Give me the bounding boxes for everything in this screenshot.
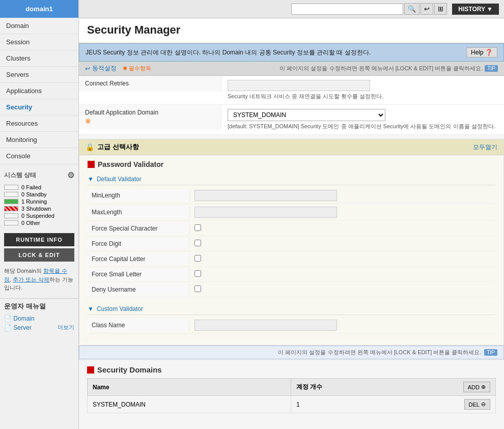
force-small-checkbox[interactable] [194,270,201,277]
connect-retries-input[interactable] [228,80,370,91]
min-length-input[interactable] [194,190,337,201]
form-row-force-capital: Force Capital Letter [88,251,495,267]
status-bar-running [4,199,18,204]
page-header: Security Manager [79,18,504,43]
domains-table: Name 계정 개수 ADD ⊕ [87,378,496,413]
lock-icon: 🔒 [86,143,94,151]
sidebar-item-monitoring[interactable]: Monitoring [0,132,78,148]
force-capital-label: Force Capital Letter [88,253,189,265]
more-link[interactable]: 더보기 [58,324,74,331]
search-button[interactable]: 🔍 [404,3,419,15]
sidebar: domain1 Domain Session Clusters Servers … [0,0,79,429]
domain-name-cell: SYSTEM_DOMAIN [88,396,291,413]
form-row-min-length: MinLength [88,187,495,204]
sidebar-item-servers[interactable]: Servers [0,67,78,83]
sidebar-item-clusters[interactable]: Clusters [0,50,78,67]
help-button[interactable]: Help ❓ [466,47,497,58]
default-validator-header[interactable]: ▼ Default Validator [88,174,495,185]
min-length-label: MinLength [88,189,189,202]
status-shutdown: 3 Shutdown [4,206,74,212]
dynamic-settings-link[interactable]: ↩ 동적설정 [85,64,117,73]
manual-links: 📄 Domain 📄 Server 더보기 [0,312,78,334]
sidebar-item-applications[interactable]: Applications [0,83,78,99]
status-bar-shutdown [4,206,18,211]
pv-title: Password Validator [88,160,495,168]
password-validator-section: Password Validator ▼ Default Validator M… [79,155,503,345]
deny-username-checkbox[interactable] [194,285,201,292]
page-title: Security Manager [87,23,496,37]
security-domains-section: Security Domains Name 계정 개수 ADD ⊕ [79,359,504,418]
force-digit-label: Force Digit [88,238,189,250]
required-badge: ✱ 필수항목 [123,65,151,72]
sidebar-domain-header[interactable]: domain1 [0,0,78,18]
info-text: JEUS Security 정보 관리에 대한 설명이다. 하나의 Domain… [86,48,371,57]
delete-domain-button[interactable]: DEL ⊖ [464,399,490,410]
main-content: 🔍 ↩ ⊞ HISTORY ▼ Security Manager JEUS Se… [79,0,504,429]
info-bar: JEUS Security 정보 관리에 대한 설명이다. 하나의 Domain… [79,43,504,62]
custom-validator-header[interactable]: ▼ Custom Validator [88,303,495,315]
add-domain-button[interactable]: ADD ⊕ [463,382,490,392]
collapse-all-link[interactable]: 모두열기 [473,143,497,152]
sd-icon [87,366,94,374]
col-name: Name [88,379,291,396]
class-name-label: Class Name [88,319,189,331]
section-bar: ↩ 동적설정 ✱ 필수항목 이 페이지의 설정을 수정하려면 왼쪽 메뉴에서 [… [79,62,504,76]
sidebar-item-domain[interactable]: Domain [0,18,78,34]
status-other: 0 Other [4,220,74,226]
pv-icon [88,161,95,168]
form-row-deny-username: Deny Username [88,282,495,297]
grid-button[interactable]: ⊞ [434,3,447,15]
default-app-domain-select[interactable]: SYSTEM_DOMAIN [228,109,385,121]
notice-bar-2: 이 페이지의 설정을 수정하려면 왼쪽 메뉴에서 [LOCK & EDIT] 버… [79,346,504,359]
desc-link-add-delete[interactable]: 추가 또는 삭제 [13,276,49,282]
default-app-domain-value: SYSTEM_DOMAIN [default: SYSTEM_DOMAIN] S… [221,105,504,134]
form-row-force-digit: Force Digit [88,236,495,251]
max-length-input[interactable] [194,207,337,218]
status-standby: 0 Standby [4,191,74,197]
status-bar-standby [4,192,18,197]
default-app-domain-desc: [default: SYSTEM_DOMAIN] Security 도메인 중 … [228,123,498,130]
history-button[interactable]: HISTORY ▼ [452,4,499,15]
advanced-header-left: 🔒 고급 선택사항 [86,142,139,152]
force-digit-value [189,237,495,250]
security-domains-title: Security Domains [87,365,496,374]
manual-link-server[interactable]: 📄 Server [4,324,32,331]
manual-link-domain[interactable]: 📄 Domain [4,315,74,322]
col-count: 계정 개수 ADD ⊕ [291,379,496,396]
advanced-header[interactable]: 🔒 고급 선택사항 모두열기 [79,139,503,155]
section-bar-left: ↩ 동적설정 ✱ 필수항목 [85,64,151,73]
section-tip: 이 페이지의 설정을 수정하려면 왼쪽 메뉴에서 [LOCK & EDIT] 버… [279,65,498,72]
manual-title: 운영자 매뉴얼 [0,298,78,312]
class-name-value [189,317,495,333]
force-capital-checkbox[interactable] [194,255,201,262]
form-row-class-name: Class Name [88,317,495,334]
status-table: 0 Failed 0 Standby 1 Running 3 Shutdown … [0,181,78,229]
search-box: 🔍 ↩ ⊞ [291,3,447,15]
force-small-value [189,268,495,281]
sidebar-item-session[interactable]: Session [0,34,78,50]
force-digit-checkbox[interactable] [194,240,201,246]
class-name-input[interactable] [194,320,337,331]
domain-count-cell: 1 DEL ⊖ [291,396,496,413]
force-special-label: Force Special Character [88,222,189,235]
sidebar-item-resources[interactable]: Resources [0,116,78,132]
notice-tip-badge: TIP [484,349,497,356]
sidebar-item-security[interactable]: Security [0,99,78,116]
deny-username-value [189,283,495,296]
status-bar-suspended [4,213,18,218]
status-bar-other [4,220,18,225]
force-capital-value [189,252,495,266]
lock-edit-button[interactable]: LOCK & EDIT [4,248,74,262]
form-row-max-length: MaxLength [88,204,495,221]
status-running: 1 Running [4,198,74,205]
search-input[interactable] [291,4,403,15]
runtime-info-button[interactable]: RUNTIME INFO [4,233,74,246]
default-app-domain-label: Default Application Domain ※ [79,105,221,129]
form-row-force-small: Force Small Letter [88,267,495,282]
topbar: 🔍 ↩ ⊞ HISTORY ▼ [79,0,504,18]
refresh-button[interactable]: ↩ [421,3,433,15]
max-length-label: MaxLength [88,206,189,218]
domains-table-header-row: Name 계정 개수 ADD ⊕ [88,379,496,396]
force-special-checkbox[interactable] [194,224,201,231]
sidebar-item-console[interactable]: Console [0,148,78,164]
